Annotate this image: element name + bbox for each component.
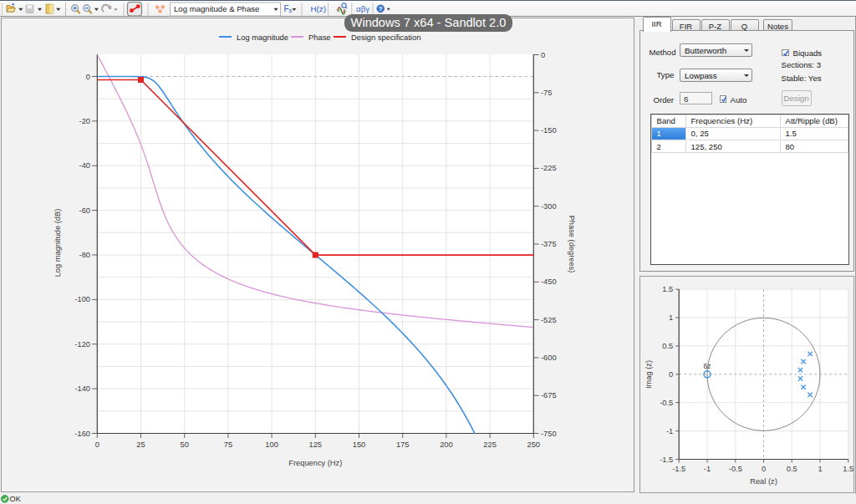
svg-text:25: 25 bbox=[136, 440, 145, 448]
svg-text:-75: -75 bbox=[541, 88, 552, 96]
svg-text:Log magnitude (dB): Log magnitude (dB) bbox=[54, 208, 62, 277]
svg-text:200: 200 bbox=[440, 440, 453, 448]
svg-text:Phase (degrees): Phase (degrees) bbox=[568, 215, 576, 272]
svg-text:-0.5: -0.5 bbox=[660, 399, 673, 407]
svg-text:Frequency (Hz): Frequency (Hz) bbox=[288, 458, 342, 466]
svg-text:Imag (z): Imag (z) bbox=[645, 360, 653, 389]
svg-text:50: 50 bbox=[181, 440, 189, 448]
svg-text:H(z): H(z) bbox=[311, 4, 327, 13]
svg-text:-225: -225 bbox=[541, 164, 557, 172]
svg-text:?: ? bbox=[379, 5, 383, 13]
svg-text:Log magnitude: Log magnitude bbox=[237, 32, 288, 41]
svg-text:150: 150 bbox=[353, 440, 366, 448]
svg-text:-150: -150 bbox=[541, 126, 557, 135]
svg-text:αβγ: αβγ bbox=[356, 4, 369, 13]
svg-text:125: 125 bbox=[309, 440, 323, 448]
svg-text:-0.5: -0.5 bbox=[728, 465, 741, 473]
svg-text:-525: -525 bbox=[541, 315, 557, 323]
svg-text:0: 0 bbox=[86, 72, 90, 80]
svg-text:-675: -675 bbox=[541, 391, 557, 400]
svg-text:-140: -140 bbox=[74, 384, 90, 393]
svg-text:-100: -100 bbox=[74, 295, 90, 303]
svg-text:-1: -1 bbox=[703, 465, 710, 473]
svg-text:-1.5: -1.5 bbox=[660, 456, 673, 464]
svg-text:1: 1 bbox=[669, 313, 673, 322]
svg-text:Fs: Fs bbox=[284, 4, 293, 15]
svg-text:-20: -20 bbox=[79, 116, 90, 125]
svg-text:0.5: 0.5 bbox=[786, 465, 797, 473]
svg-text:Design specification: Design specification bbox=[351, 32, 420, 41]
svg-text:1.5: 1.5 bbox=[662, 285, 673, 293]
svg-text:-375: -375 bbox=[541, 240, 557, 248]
svg-text:-750: -750 bbox=[541, 429, 557, 437]
svg-text:-600: -600 bbox=[541, 353, 557, 361]
svg-text:Phase: Phase bbox=[308, 32, 331, 41]
svg-text:-40: -40 bbox=[79, 161, 90, 170]
svg-text:-300: -300 bbox=[541, 201, 557, 210]
svg-text:250: 250 bbox=[527, 440, 541, 448]
svg-text:-1: -1 bbox=[665, 427, 672, 435]
svg-text:225: 225 bbox=[483, 440, 497, 448]
svg-text:0: 0 bbox=[95, 440, 99, 448]
svg-text:1.5: 1.5 bbox=[843, 465, 853, 473]
svg-text:Log magnitude & Phase: Log magnitude & Phase bbox=[174, 4, 259, 13]
svg-text:-1.5: -1.5 bbox=[672, 465, 685, 473]
svg-text:1: 1 bbox=[818, 465, 822, 473]
svg-text:75: 75 bbox=[224, 440, 232, 448]
svg-text:0: 0 bbox=[541, 50, 545, 59]
svg-text:-60: -60 bbox=[79, 206, 90, 214]
svg-text:Real (z): Real (z) bbox=[750, 477, 777, 486]
svg-text:-450: -450 bbox=[541, 277, 557, 286]
svg-text:6z: 6z bbox=[703, 362, 711, 370]
svg-text:0: 0 bbox=[761, 465, 765, 473]
svg-text:100: 100 bbox=[265, 440, 278, 448]
svg-text:-120: -120 bbox=[74, 339, 90, 348]
svg-text:0.5: 0.5 bbox=[662, 342, 673, 350]
svg-text:-80: -80 bbox=[79, 251, 90, 259]
svg-text:-160: -160 bbox=[74, 429, 90, 437]
svg-text:175: 175 bbox=[396, 440, 410, 448]
svg-text:0: 0 bbox=[669, 370, 673, 379]
